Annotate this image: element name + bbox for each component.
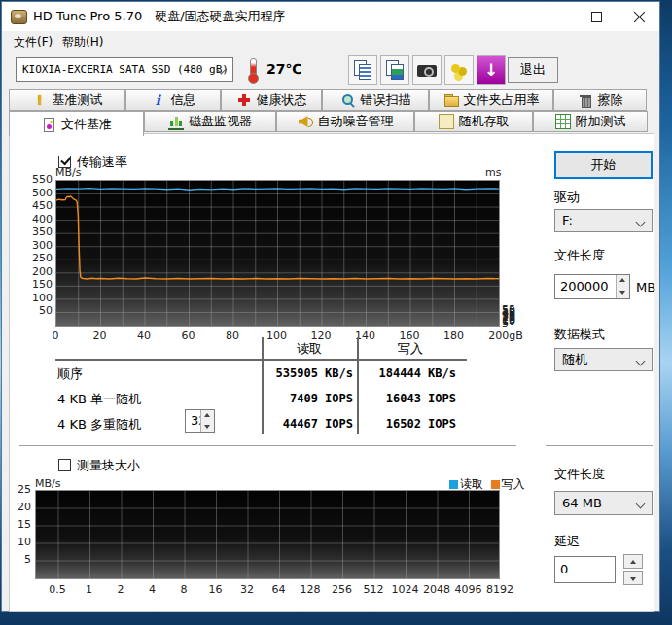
tab-label: 信息 bbox=[171, 91, 196, 109]
row-label-sequential: 顺序 bbox=[57, 365, 83, 383]
minimize-button[interactable] bbox=[531, 2, 575, 31]
data-mode-dropdown[interactable]: 随机 bbox=[554, 348, 653, 371]
file-length-spinner[interactable]: 200000 bbox=[554, 274, 630, 299]
axis-tick-label: 350 bbox=[23, 226, 53, 238]
4k-multi-write-value: 16502 IOPS bbox=[361, 417, 456, 431]
folder-icon bbox=[443, 92, 459, 108]
latency-up-button[interactable] bbox=[623, 554, 643, 569]
tab-label: 文件基准 bbox=[61, 116, 112, 133]
tab-label: 擦除 bbox=[598, 91, 623, 109]
tab-row-2: 文件基准磁盘监视器自动噪音管理随机存取附加测试 bbox=[9, 111, 648, 132]
4k-single-read-value: 7409 IOPS bbox=[264, 392, 353, 405]
maximize-button[interactable] bbox=[575, 2, 619, 31]
tab-label: 附加测试 bbox=[576, 113, 626, 130]
file-length-up-button[interactable] bbox=[617, 275, 629, 287]
tab-label: 文件夹占用率 bbox=[464, 91, 540, 109]
axis-tick-label: 150 bbox=[23, 278, 53, 291]
file-length2-value: 64 MB bbox=[562, 496, 602, 510]
update-button[interactable]: ↓ bbox=[477, 55, 506, 85]
axis-tick-label: 80 bbox=[213, 330, 252, 342]
queue-depth-up-button[interactable] bbox=[201, 410, 214, 421]
axis-tick-label: 450 bbox=[23, 199, 53, 212]
axis-tick-label: 40 bbox=[124, 330, 163, 342]
tab-row-1: 基准测试信息健康状态错误扫描文件夹占用率擦除 bbox=[9, 89, 648, 111]
write-legend-swatch bbox=[491, 480, 500, 489]
save-button[interactable] bbox=[444, 55, 474, 85]
axis-tick-label: 0 bbox=[36, 330, 75, 342]
copy-text-icon bbox=[349, 56, 376, 84]
y-axis-unit-right: ms bbox=[485, 166, 501, 179]
axis-tick-label: 15 bbox=[10, 518, 31, 531]
row-label-4k-multi: 4 KB 多重随机 bbox=[57, 416, 141, 434]
tab-info[interactable]: 信息 bbox=[125, 89, 221, 111]
tab-noise[interactable]: 自动噪音管理 bbox=[276, 111, 414, 132]
file-length-unit: MB bbox=[636, 280, 655, 295]
axis-tick-label: 100 bbox=[23, 292, 53, 304]
noise-icon bbox=[298, 114, 313, 129]
file-length-down-button[interactable] bbox=[617, 287, 629, 298]
menu-file[interactable]: 文件(F) bbox=[8, 31, 58, 52]
axis-tick-label: 50 bbox=[23, 304, 53, 317]
screenshot-button[interactable] bbox=[412, 55, 442, 85]
benchmark-icon bbox=[32, 92, 48, 108]
copy-text-button[interactable] bbox=[348, 55, 377, 85]
axis-tick-label: 5 bbox=[502, 317, 525, 330]
start-button[interactable]: 开始 bbox=[554, 151, 653, 179]
axis-tick-label: 200gB bbox=[486, 330, 525, 342]
transfer-rate-label: 传输速率 bbox=[77, 154, 127, 171]
camera-icon bbox=[413, 56, 441, 84]
tab-scan[interactable]: 错误扫描 bbox=[322, 89, 429, 111]
axis-tick-label: 5 bbox=[10, 553, 31, 566]
read-legend-label: 读取 bbox=[460, 477, 483, 491]
copy-image-button[interactable] bbox=[380, 55, 409, 85]
axis-tick-label: 400 bbox=[23, 213, 53, 226]
transfer-rate-chart bbox=[55, 180, 500, 327]
queue-depth-down-button[interactable] bbox=[201, 421, 214, 432]
latency-label: 延迟 bbox=[554, 533, 580, 550]
save-icon bbox=[445, 56, 473, 84]
tab-disk-monitor[interactable]: 磁盘监视器 bbox=[144, 111, 276, 132]
row-label-4k-single: 4 KB 单一随机 bbox=[57, 391, 141, 408]
exit-button[interactable]: 退出 bbox=[508, 57, 558, 83]
axis-tick-label: 8192 bbox=[480, 583, 519, 596]
close-button[interactable] bbox=[619, 2, 659, 31]
drive-dropdown[interactable]: F: bbox=[554, 209, 653, 232]
tab-erase[interactable]: 擦除 bbox=[553, 89, 647, 111]
tab-health[interactable]: 健康状态 bbox=[221, 89, 322, 111]
file-length2-dropdown[interactable]: 64 MB bbox=[554, 491, 653, 515]
health-icon bbox=[236, 92, 252, 108]
tab-label: 随机存取 bbox=[459, 113, 510, 130]
data-mode-value: 随机 bbox=[562, 352, 587, 366]
tab-file-benchmark[interactable]: 文件基准 bbox=[9, 111, 144, 136]
drive-select-dropdown[interactable]: KIOXIA-EXCERIA SATA SSD (480 gB) bbox=[16, 57, 233, 82]
tab-folder[interactable]: 文件夹占用率 bbox=[429, 89, 553, 111]
random-access-icon bbox=[439, 114, 454, 129]
maximize-icon bbox=[591, 12, 602, 22]
tab-label: 自动噪音管理 bbox=[318, 113, 394, 130]
drive-select-value: KIOXIA-EXCERIA SATA SSD (480 gB) bbox=[22, 63, 229, 76]
tab-random-access[interactable]: 随机存取 bbox=[414, 111, 533, 132]
column-header-write: 写入 bbox=[367, 340, 454, 358]
file-length-value: 200000 bbox=[560, 279, 609, 294]
app-window: HD Tune Pro 5.70 - 硬盘/固态硬盘实用程序 文件(F) 帮助(… bbox=[1, 1, 660, 612]
latency-value: 0 bbox=[560, 562, 568, 576]
data-mode-label: 数据模式 bbox=[554, 326, 605, 343]
extra-tests-icon bbox=[555, 114, 571, 129]
tab-benchmark[interactable]: 基准测试 bbox=[9, 89, 125, 111]
axis-tick-label: 300 bbox=[23, 239, 53, 252]
sequential-write-value: 184444 KB/s bbox=[361, 366, 456, 380]
axis-tick-label: 550 bbox=[23, 173, 53, 186]
close-icon bbox=[634, 11, 646, 22]
y-axis-unit-left: MB/s bbox=[55, 166, 81, 179]
block-size-checkbox[interactable] bbox=[58, 459, 71, 471]
axis-tick-label: 200 bbox=[23, 265, 53, 278]
tab-extra-tests[interactable]: 附加测试 bbox=[533, 111, 648, 132]
latency-down-button[interactable] bbox=[623, 571, 643, 585]
menubar: 文件(F) 帮助(H) bbox=[2, 31, 659, 52]
erase-icon bbox=[578, 92, 593, 108]
tab-label: 错误扫描 bbox=[361, 91, 411, 109]
app-icon bbox=[11, 10, 27, 24]
queue-depth-spinner[interactable]: 32 bbox=[185, 409, 215, 433]
menu-help[interactable]: 帮助(H) bbox=[56, 31, 109, 52]
latency-input[interactable]: 0 bbox=[554, 556, 616, 583]
